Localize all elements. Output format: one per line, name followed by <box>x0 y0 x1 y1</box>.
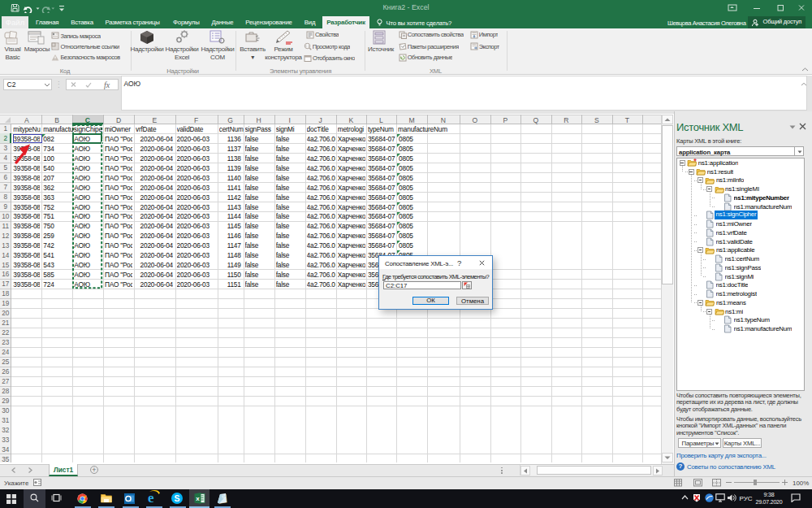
svg-text:x: x <box>196 495 200 502</box>
svg-text:fx: fx <box>104 80 110 89</box>
